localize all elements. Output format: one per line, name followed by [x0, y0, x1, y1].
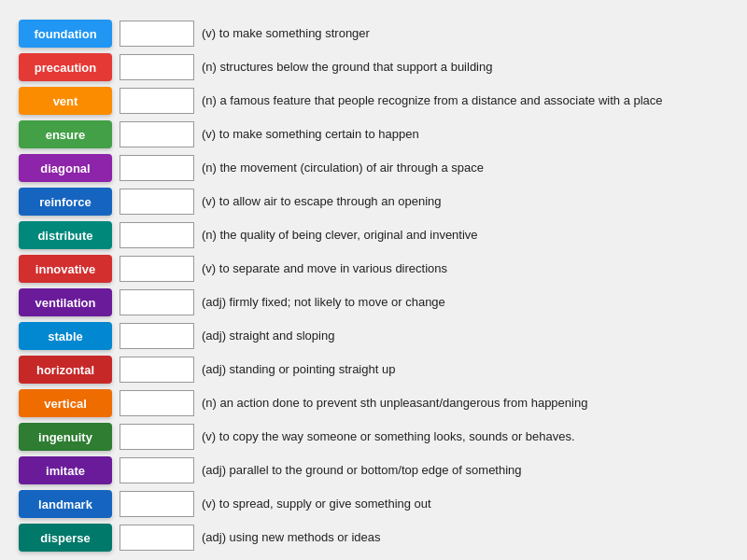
match-input[interactable] [120, 21, 194, 47]
word-button[interactable]: vent [19, 87, 112, 115]
definition-text: (v) to make something stronger [202, 25, 728, 42]
definition-text: (n) a famous feature that people recogni… [202, 92, 728, 109]
match-container: foundation(v) to make something stronger… [9, 9, 738, 560]
match-row: vent(n) a famous feature that people rec… [19, 86, 728, 116]
word-button[interactable]: horizontal [19, 356, 112, 384]
match-input[interactable] [120, 457, 194, 483]
match-row: vertical(n) an action done to prevent st… [19, 388, 728, 418]
match-input[interactable] [120, 424, 194, 450]
word-button[interactable]: reinforce [19, 188, 112, 216]
definition-text: (adj) using new methods or ideas [202, 529, 728, 546]
word-button[interactable]: imitate [19, 456, 112, 484]
match-input[interactable] [120, 54, 194, 80]
match-row: ventilation(adj) firmly fixed; not likel… [19, 287, 728, 317]
definition-text: (n) structures below the ground that sup… [202, 59, 728, 76]
definition-text: (adj) standing or pointing straight up [202, 361, 728, 378]
match-row: disperse(adj) using new methods or ideas [19, 523, 728, 553]
match-input[interactable] [120, 189, 194, 215]
match-row: ingenuity(v) to copy the way someone or … [19, 422, 728, 452]
word-button[interactable]: vertical [19, 389, 112, 417]
definition-text: (v) to allow air to escape through an op… [202, 193, 728, 210]
match-input[interactable] [120, 525, 194, 551]
word-button[interactable]: distribute [19, 221, 112, 249]
word-button[interactable]: diagonal [19, 154, 112, 182]
definition-text: (n) the quality of being clever, origina… [202, 227, 728, 244]
definition-text: (v) to separate and move in various dire… [202, 260, 728, 277]
match-input[interactable] [120, 88, 194, 114]
word-button[interactable]: landmark [19, 490, 112, 518]
match-input[interactable] [120, 155, 194, 181]
match-input[interactable] [120, 121, 194, 147]
match-input[interactable] [120, 256, 194, 282]
definition-text: (v) to spread, supply or give something … [202, 496, 728, 512]
match-row: horizontal(adj) standing or pointing str… [19, 355, 728, 385]
word-button[interactable]: ventilation [19, 288, 112, 316]
match-row: reinforce(v) to allow air to escape thro… [19, 187, 728, 217]
word-button[interactable]: foundation [19, 20, 112, 48]
match-row: precaution(n) structures below the groun… [19, 52, 728, 82]
word-button[interactable]: precaution [19, 53, 112, 81]
match-row: foundation(v) to make something stronger [19, 19, 728, 49]
definition-text: (v) to make something certain to happen [202, 126, 728, 143]
word-button[interactable]: innovative [19, 255, 112, 283]
match-input[interactable] [120, 390, 194, 416]
definition-text: (n) an action done to prevent sth unplea… [202, 395, 728, 412]
match-input[interactable] [120, 323, 194, 349]
match-input[interactable] [120, 357, 194, 383]
match-input[interactable] [120, 289, 194, 315]
word-button[interactable]: ingenuity [19, 423, 112, 451]
match-input[interactable] [120, 491, 194, 517]
match-row: innovative(v) to separate and move in va… [19, 254, 728, 284]
definition-text: (adj) straight and sloping [202, 328, 728, 344]
word-button[interactable]: ensure [19, 120, 112, 148]
definition-text: (adj) parallel to the ground or bottom/t… [202, 462, 728, 479]
match-input[interactable] [120, 222, 194, 248]
definition-text: (n) the movement (circulation) of air th… [202, 160, 728, 176]
match-row: stable(adj) straight and sloping [19, 321, 728, 351]
match-row: distribute(n) the quality of being cleve… [19, 220, 728, 250]
match-row: diagonal(n) the movement (circulation) o… [19, 153, 728, 183]
word-button[interactable]: disperse [19, 524, 112, 552]
match-row: ensure(v) to make something certain to h… [19, 119, 728, 149]
definition-text: (v) to copy the way someone or something… [202, 428, 728, 445]
match-row: imitate(adj) parallel to the ground or b… [19, 455, 728, 485]
match-row: landmark(v) to spread, supply or give so… [19, 489, 728, 519]
word-button[interactable]: stable [19, 322, 112, 350]
definition-text: (adj) firmly fixed; not likely to move o… [202, 294, 728, 311]
